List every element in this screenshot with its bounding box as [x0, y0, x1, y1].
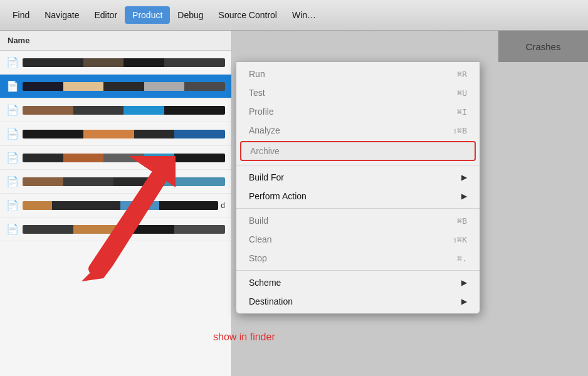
menu-product[interactable]: Product [125, 6, 170, 24]
dropdown-section-3: Build ⌘B Clean ⇧⌘K Stop ⌘. [236, 209, 480, 271]
menu-stop[interactable]: Stop ⌘. [236, 249, 480, 268]
file-icon: 📄 [6, 222, 19, 237]
file-icon: 📄 [6, 79, 19, 94]
file-thumbnail [23, 130, 225, 138]
file-icon: 📄 [6, 103, 19, 118]
menu-destination[interactable]: Destination ▶ [236, 292, 480, 311]
dropdown-section-4: Scheme ▶ Destination ▶ [236, 271, 480, 313]
menu-debug[interactable]: Debug [170, 6, 211, 24]
menu-analyze[interactable]: Analyze ⇧⌘B [236, 121, 480, 140]
list-item[interactable]: 📄 [0, 98, 231, 122]
menu-run[interactable]: Run ⌘R [236, 65, 480, 83]
menu-navigate[interactable]: Navigate [37, 6, 87, 24]
menu-clean[interactable]: Clean ⇧⌘K [236, 230, 480, 249]
menu-source-control[interactable]: Source Control [211, 6, 285, 24]
list-item[interactable]: 📄 [0, 51, 231, 75]
menubar: Find Navigate Editor Product Debug Sourc… [0, 0, 588, 31]
dropdown-section-2: Build For ▶ Perform Action ▶ [236, 165, 480, 209]
menu-perform-action[interactable]: Perform Action ▶ [236, 187, 480, 206]
menu-build[interactable]: Build ⌘B [236, 211, 480, 230]
file-icon: 📄 [6, 127, 19, 142]
file-thumbnail [23, 201, 218, 210]
file-icon: 📄 [6, 55, 19, 70]
main-area: Name 📄 📄 📄 📄 📄 📄 [0, 31, 588, 376]
menu-profile[interactable]: Profile ⌘I [236, 102, 480, 121]
file-thumbnail [23, 106, 225, 115]
file-icon: 📄 [6, 174, 19, 189]
file-thumbnail [23, 82, 225, 91]
menu-archive[interactable]: Archive [240, 141, 476, 161]
file-thumbnail [23, 154, 225, 162]
menu-scheme[interactable]: Scheme ▶ [236, 273, 480, 292]
file-thumbnail [23, 225, 225, 234]
product-dropdown-menu: Run ⌘R Test ⌘U Profile ⌘I Analyze ⇧⌘B Ar… [236, 61, 480, 314]
file-thumbnail [23, 58, 225, 67]
file-thumbnail [23, 177, 225, 186]
dropdown-section-1: Run ⌘R Test ⌘U Profile ⌘I Analyze ⇧⌘B Ar… [236, 62, 480, 165]
list-item[interactable]: 📄 [0, 75, 231, 98]
file-icon: 📄 [6, 150, 19, 165]
menu-build-for[interactable]: Build For ▶ [236, 168, 480, 187]
list-item[interactable]: 📄 [0, 146, 231, 170]
crashes-badge[interactable]: Crashes [498, 31, 588, 62]
menu-test[interactable]: Test ⌘U [236, 83, 480, 102]
list-item[interactable]: 📄 [0, 217, 231, 241]
list-item[interactable]: 📄 d [0, 194, 231, 217]
list-item[interactable]: 📄 [0, 170, 231, 194]
file-list: 📄 📄 📄 📄 📄 📄 [0, 51, 231, 241]
menu-editor[interactable]: Editor [87, 6, 125, 24]
sidebar-header: Name [0, 31, 231, 51]
sidebar: Name 📄 📄 📄 📄 📄 📄 [0, 31, 232, 376]
list-item[interactable]: 📄 [0, 122, 231, 146]
file-icon: 📄 [6, 198, 19, 213]
menu-window[interactable]: Win… [285, 6, 323, 24]
menu-find[interactable]: Find [5, 6, 37, 24]
